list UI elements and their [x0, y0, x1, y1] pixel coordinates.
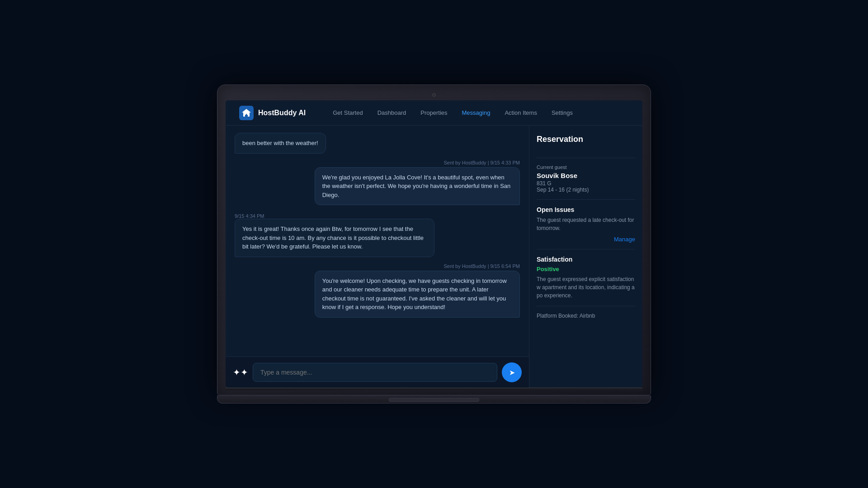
message-4: Sent by HostBuddy | 9/15 6:54 PM You're … — [315, 263, 520, 318]
satisfaction-title: Satisfaction — [537, 256, 635, 263]
message-bubble: You're welcome! Upon checking, we have g… — [315, 271, 520, 318]
platform-booked: Platform Booked: Airbnb — [537, 313, 635, 319]
message-bubble: We're glad you enjoyed La Jolla Cove! It… — [315, 167, 520, 206]
camera-dot — [432, 93, 436, 97]
divider-1 — [537, 158, 635, 158]
screen-bezel: HostBuddy AI Get Started Dashboard Prope… — [217, 84, 651, 395]
divider-2 — [537, 199, 635, 200]
property-id: 831 G — [537, 180, 635, 187]
reservation-sidebar: Reservation Current guest Souvik Bose 83… — [529, 126, 642, 388]
divider-4 — [537, 306, 635, 306]
logo-area: HostBuddy AI — [239, 106, 306, 120]
nav-messaging[interactable]: Messaging — [462, 109, 491, 116]
screen-content: HostBuddy AI Get Started Dashboard Prope… — [226, 100, 642, 388]
msg-timestamp: Sent by HostBuddy | 9/15 4:33 PM — [315, 160, 520, 165]
satisfaction-description: The guest expressed explicit satisfactio… — [537, 275, 635, 300]
send-icon: ➤ — [509, 368, 515, 377]
nav-settings[interactable]: Settings — [552, 109, 573, 116]
chat-input-area: ✦✦ ➤ — [226, 357, 529, 388]
nav-get-started[interactable]: Get Started — [333, 109, 363, 116]
laptop-frame: HostBuddy AI Get Started Dashboard Prope… — [217, 84, 651, 404]
message-3: 9/15 4:34 PM Yes it is great! Thanks onc… — [235, 211, 434, 257]
msg-timestamp: Sent by HostBuddy | 9/15 6:54 PM — [315, 263, 520, 269]
navbar: HostBuddy AI Get Started Dashboard Prope… — [226, 100, 642, 126]
message-bubble: Yes it is great! Thanks once again Btw, … — [235, 219, 434, 257]
current-guest-label: Current guest — [537, 164, 635, 170]
logo-icon — [239, 106, 254, 120]
nav-action-items[interactable]: Action Items — [505, 109, 537, 116]
message-bubble: been better with the weather! — [235, 133, 326, 154]
sidebar-title: Reservation — [537, 135, 635, 144]
open-issues-title: Open Issues — [537, 206, 635, 213]
divider-3 — [537, 249, 635, 249]
laptop-base — [217, 395, 651, 404]
brand-name: HostBuddy AI — [258, 109, 306, 117]
send-button[interactable]: ➤ — [502, 362, 522, 382]
sparkle-icon: ✦✦ — [233, 367, 248, 378]
nav-properties[interactable]: Properties — [420, 109, 447, 116]
chat-area: been better with the weather! Sent by Ho… — [226, 126, 529, 388]
message-input[interactable] — [253, 363, 497, 382]
nav-dashboard[interactable]: Dashboard — [377, 109, 406, 116]
stay-dates: Sep 14 - 16 (2 nights) — [537, 187, 635, 193]
message-2: Sent by HostBuddy | 9/15 4:33 PM We're g… — [315, 160, 520, 206]
guest-name: Souvik Bose — [537, 172, 635, 179]
chat-messages: been better with the weather! Sent by Ho… — [226, 126, 529, 357]
nav-links: Get Started Dashboard Properties Messagi… — [333, 109, 573, 116]
manage-link[interactable]: Manage — [537, 236, 635, 243]
open-issues-text: The guest requested a late check-out for… — [537, 216, 635, 232]
laptop-hinge — [226, 388, 642, 390]
msg-timestamp: 9/15 4:34 PM — [235, 213, 434, 219]
laptop-touchpad — [389, 398, 479, 402]
main-layout: been better with the weather! Sent by Ho… — [226, 126, 642, 388]
camera-bar — [226, 93, 642, 97]
satisfaction-status: Positive — [537, 266, 635, 272]
message-1: been better with the weather! — [235, 133, 326, 154]
